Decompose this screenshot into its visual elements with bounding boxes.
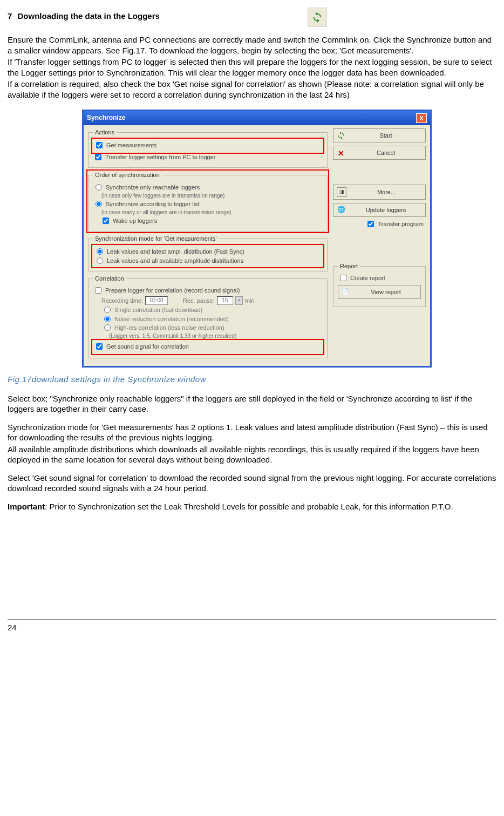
prepare-label: Prepare logger for correlation (record s…: [105, 287, 240, 294]
transfer-settings-checkbox[interactable]: [95, 154, 101, 160]
page-number: 24: [8, 623, 17, 632]
dialog-title: Synchronize: [87, 114, 125, 123]
order-group: Order of synchronization Synchronize onl…: [88, 171, 328, 232]
body-p3: All available amplitude distributions wh…: [8, 444, 496, 465]
body-p4: Select 'Get sound signal for correlation…: [8, 473, 496, 494]
correlation-group: Correlation Prepare logger for correlati…: [88, 275, 328, 358]
actions-group: Actions Get measurements Transfer logger…: [88, 128, 328, 168]
body-p2: Synchronization mode for 'Get measuremen…: [8, 422, 496, 443]
rec-pause-input[interactable]: 15: [217, 296, 233, 305]
corr-note: (Logger vers. 1.5, CommLink 1.33 or high…: [109, 332, 323, 339]
body-p5-rest: : Prior to Synchronization set the Leak …: [45, 502, 453, 511]
body-p5: Important: Prior to Synchronization set …: [8, 501, 496, 512]
order-legend: Order of synchronization: [93, 171, 162, 179]
corr-highres-label: High-res correlation (less noise reducti…: [114, 324, 224, 331]
rec-pause-label: Rec. pause:: [183, 297, 215, 304]
get-measurements-label: Get measurements: [106, 141, 157, 149]
wake-checkbox[interactable]: [103, 217, 109, 224]
close-icon[interactable]: X: [416, 113, 427, 123]
cancel-button[interactable]: ✕ Cancel: [333, 146, 426, 160]
synchronize-dialog-screenshot: Synchronize X Actions Get measurements: [82, 110, 432, 368]
corr-highres-radio[interactable]: [104, 324, 111, 331]
more-label: More...: [351, 188, 422, 196]
body-p1: Select box; "Synchronize only reachable …: [8, 393, 496, 414]
actions-legend: Actions: [93, 128, 117, 136]
update-label: Update loggers: [350, 206, 422, 214]
cancel-label: Cancel: [350, 149, 422, 157]
heading-title: Downloading the data in the Loggers: [18, 11, 160, 21]
section-heading: 7 Downloading the data in the Loggers: [8, 11, 496, 27]
mode-opt1-label: Leak values and latest ampl. distributio…: [107, 248, 244, 255]
rec-pause-unit: min: [245, 297, 255, 304]
get-sound-label: Get sound signal for correlation: [106, 343, 189, 350]
correlation-legend: Correlation: [93, 275, 126, 282]
mode-opt2-label: Leak values and all available amplitude …: [107, 257, 243, 264]
intro-p2: If 'Transfer logger settings from PC to …: [8, 57, 496, 78]
get-sound-checkbox[interactable]: [96, 343, 103, 350]
start-label: Start: [350, 132, 422, 139]
view-report-label: View report: [355, 288, 417, 296]
intro-p3: If a correlation is required, also check…: [8, 79, 496, 100]
intro-block: Ensure the CommLink, antenna and PC conn…: [8, 35, 496, 100]
view-report-button[interactable]: 📄 View report: [338, 285, 421, 299]
page-footer: 24: [8, 620, 496, 633]
dialog-titlebar: Synchronize X: [84, 111, 430, 125]
body-block-2: Synchronization mode for 'Get measuremen…: [8, 422, 496, 465]
report-group: Report Create report 📄 View report: [333, 262, 426, 307]
get-measurements-checkbox[interactable]: [96, 142, 103, 148]
transfer-program-checkbox[interactable]: [367, 221, 374, 227]
transfer-settings-label: Transfer logger settings from PC to logg…: [105, 153, 215, 161]
intro-p1: Ensure the CommLink, antenna and PC conn…: [8, 35, 496, 56]
corr-noise-radio[interactable]: [104, 316, 111, 322]
order-opt2-label: Synchronize according to logger list: [106, 200, 200, 208]
update-loggers-button[interactable]: 🌐 Update loggers: [333, 203, 426, 217]
rec-time-input[interactable]: 03:00: [145, 296, 168, 305]
important-label: Important: [8, 502, 45, 511]
mode-opt2-radio[interactable]: [97, 257, 103, 264]
mode-group: Synchronization mode for 'Get measuremen…: [88, 235, 328, 271]
order-opt1-label: Synchronize only reachable loggers: [106, 183, 200, 191]
rec-pause-spinner[interactable]: ▴: [235, 296, 243, 305]
transfer-program-label: Transfer program: [378, 220, 424, 228]
order-opt1-radio[interactable]: [96, 184, 102, 191]
heading-number: 7: [8, 11, 12, 21]
corr-noise-label: Noise reduction correlation (recommended…: [114, 315, 229, 323]
order-opt2-radio[interactable]: [96, 201, 102, 207]
corr-single-radio[interactable]: [104, 307, 111, 313]
more-icon: ◨: [337, 187, 346, 197]
create-report-checkbox[interactable]: [340, 275, 346, 281]
document-icon: 📄: [342, 288, 350, 296]
refresh-icon: [337, 131, 345, 140]
order-opt2-sub: (in case many or all loggers are in tran…: [101, 209, 323, 216]
mode-opt1-radio[interactable]: [97, 248, 103, 255]
order-opt1-sub: (in case only few loggers are in transmi…: [101, 192, 323, 199]
corr-single-label: Single correlation (fast download): [114, 306, 202, 314]
more-button[interactable]: ◨ More...: [333, 185, 426, 200]
sync-icon: [308, 8, 327, 27]
start-button[interactable]: Start: [333, 128, 426, 142]
create-report-label: Create report: [350, 274, 385, 282]
globe-icon: 🌐: [337, 206, 345, 214]
report-legend: Report: [338, 262, 360, 270]
cancel-icon: ✕: [337, 148, 345, 157]
figure-caption: Fig.17download settings in the Synchroni…: [8, 374, 496, 385]
mode-legend: Synchronization mode for 'Get measuremen…: [93, 235, 219, 242]
prepare-checkbox[interactable]: [95, 287, 101, 294]
wake-label: Wake up loggers: [113, 217, 157, 225]
rec-time-label: Recording time:: [101, 297, 143, 304]
